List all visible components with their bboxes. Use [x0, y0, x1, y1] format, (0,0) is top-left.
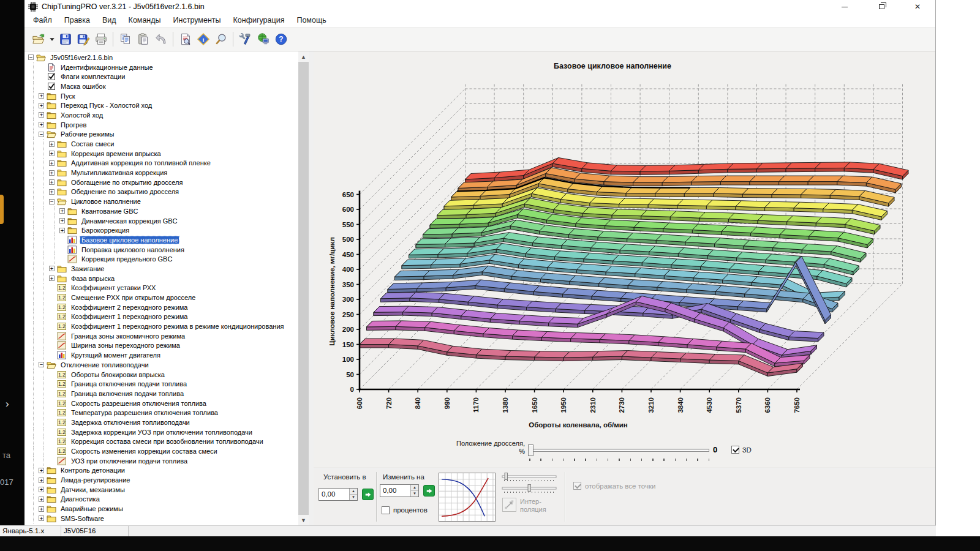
tree-item[interactable]: Идентификационные данные [24, 62, 298, 72]
change-by-input[interactable]: 0,00 ▲▼ [380, 484, 419, 497]
print-button[interactable] [92, 31, 109, 48]
expand-icon[interactable]: + [49, 160, 55, 166]
expand-icon[interactable]: + [39, 506, 44, 512]
scroll-down-icon[interactable]: ▼ [298, 515, 309, 525]
tree-item[interactable]: Коррекция предельного GBC [24, 254, 298, 264]
expand-icon[interactable]: + [39, 487, 44, 492]
tree-item[interactable]: +Мультипликативная коррекция [24, 168, 298, 178]
expand-icon[interactable]: + [49, 170, 55, 176]
close-button[interactable]: ✕ [907, 0, 928, 13]
tree-item[interactable]: +Прогрев [24, 120, 298, 130]
expand-icon[interactable]: + [39, 497, 44, 502]
percent-checkbox[interactable] [382, 506, 390, 514]
expand-icon[interactable]: + [39, 478, 44, 483]
tree-item[interactable]: +Барокоррекция [24, 225, 298, 235]
surface-chart[interactable]: 0501001502002503003504004505005506006506… [314, 51, 935, 437]
tree-item[interactable]: +Зажигание [24, 264, 298, 274]
tree-item[interactable]: 1.2Скорость разрешения отключения топлив… [24, 399, 298, 408]
tree-item[interactable]: 1.2Коррекция состава смеси при возобновл… [24, 437, 298, 447]
menu-item-7[interactable]: Помощь [290, 14, 332, 26]
tree-item[interactable]: Ширина зоны переходного режима [24, 341, 298, 351]
tree-item[interactable]: Крутящий момент двигателя [24, 350, 298, 360]
expand-icon[interactable]: + [39, 112, 44, 118]
tree-item[interactable]: Маска ошибок [24, 81, 298, 91]
expand-icon[interactable]: + [49, 276, 55, 281]
tools-button[interactable] [237, 31, 254, 48]
info-button[interactable]: i [195, 31, 211, 48]
tree-item[interactable]: −Цикловое наполнение [24, 197, 298, 206]
expand-icon[interactable]: + [39, 468, 44, 473]
tree-item[interactable]: 1.2Задержка отключения топливоподачи [24, 418, 298, 427]
tree-item[interactable]: +Пуск [24, 91, 298, 101]
undo-button[interactable] [153, 31, 169, 48]
tree-item[interactable]: −Рабочие режимы [24, 130, 298, 140]
expand-icon[interactable]: + [49, 141, 55, 147]
menu-item-5[interactable]: Инструменты [167, 14, 227, 26]
spin-down-icon[interactable]: ▼ [350, 495, 357, 500]
tree-item[interactable]: +Обеднение по закрытию дросселя [24, 187, 298, 197]
copy-button[interactable] [117, 31, 134, 48]
expand-icon[interactable]: + [39, 93, 44, 99]
tree-item[interactable]: +SMS-Software [24, 514, 298, 523]
tree-item[interactable]: 1.2Коэффициент 2 переходного режима [24, 302, 298, 312]
expand-icon[interactable]: + [39, 122, 44, 127]
collapse-icon[interactable]: − [39, 132, 44, 137]
tree-item[interactable]: +Переход Пуск - Холостой ход [24, 100, 298, 110]
expand-icon[interactable]: + [59, 228, 65, 233]
tree-item[interactable]: 1.2Коэффициент уставки РХХ [24, 283, 298, 293]
report-button[interactable] [177, 31, 194, 48]
expand-icon[interactable]: + [39, 515, 44, 521]
interpolation-button[interactable] [502, 498, 516, 512]
expand-icon[interactable]: + [59, 208, 65, 214]
network-button[interactable] [255, 31, 271, 48]
menu-item-4[interactable]: Команды [123, 14, 167, 26]
tree-item[interactable]: 1.2Обороты блокировки впрыска [24, 370, 298, 380]
tree-item[interactable]: −Отключение топливоподачи [24, 360, 298, 370]
menu-item-6[interactable]: Конфигурация [227, 14, 291, 26]
tree-item[interactable]: +Контроль детонации [24, 466, 298, 476]
tree-scrollbar[interactable]: ▲ ▼ [298, 51, 309, 525]
expand-icon[interactable]: + [49, 179, 55, 185]
spin-up-icon[interactable]: ▲ [411, 485, 418, 491]
menu-item-1[interactable]: Файл [27, 14, 58, 26]
apply-set-button[interactable] [362, 489, 374, 500]
tree-item[interactable]: +Обогащение по открытию дросселя [24, 178, 298, 187]
paste-button[interactable] [135, 31, 151, 48]
spin-down-icon[interactable]: ▼ [411, 491, 418, 497]
tree-item[interactable]: 1.2Температура разрешения отключения топ… [24, 408, 298, 418]
apply-change-button[interactable] [423, 485, 435, 497]
pane-splitter[interactable] [309, 51, 314, 525]
tree-item[interactable]: +Состав смеси [24, 139, 298, 149]
tree-item[interactable]: 1.2Граница отключения подачи топлива [24, 379, 298, 389]
tree-item[interactable]: 1.2Коэффициент 1 переходного режима в ре… [24, 321, 298, 331]
tree-item[interactable]: +Аддитивная коррекция по топливной пленк… [24, 159, 298, 168]
tree-item[interactable]: 1.2Граница включения подачи топлива [24, 389, 298, 399]
menu-item-2[interactable]: Правка [58, 14, 96, 26]
3d-checkbox[interactable] [731, 446, 739, 454]
open-button[interactable] [30, 31, 47, 48]
show-all-points-checkbox[interactable] [573, 482, 581, 490]
tree-item[interactable]: +Динамическая коррекция GBC [24, 216, 298, 226]
tree-item[interactable]: Флаги комплектации [24, 72, 298, 81]
tree-item[interactable]: +Квантование GBC [24, 206, 298, 216]
throttle-slider-thumb[interactable] [528, 444, 533, 456]
collapse-icon[interactable]: − [28, 54, 34, 60]
dropdown-button[interactable] [48, 31, 56, 48]
tree-item[interactable]: +Диагностика [24, 495, 298, 504]
tree-item[interactable]: УОЗ при отключении подачи топлива [24, 456, 298, 466]
tree-item[interactable]: −J5v05f16ver2.1.6.bin [24, 53, 298, 62]
collapse-icon[interactable]: − [39, 362, 44, 367]
tree-item[interactable]: +Коррекция времени впрыска [24, 149, 298, 159]
save-button[interactable] [57, 31, 74, 48]
tree-item[interactable]: 1.2Задержка коррекции УОЗ при отключении… [24, 427, 298, 437]
expand-icon[interactable]: + [59, 218, 65, 223]
tree-item[interactable]: 1.2Коэффициент 1 переходного режима [24, 312, 298, 322]
scrollbar-thumb[interactable] [298, 62, 309, 515]
tree-item[interactable]: Граница зоны экономичного режима [24, 331, 298, 341]
tree-item[interactable]: +Датчики, механизмы [24, 485, 298, 495]
menu-item-3[interactable]: Вид [96, 14, 123, 26]
set-to-input[interactable]: 0,00 ▲▼ [318, 488, 358, 501]
help-button[interactable]: ? [273, 31, 289, 48]
tree-item[interactable]: Поправка циклового наполнения [24, 245, 298, 255]
tree-item[interactable]: +Лямда-регулирование [24, 475, 298, 485]
